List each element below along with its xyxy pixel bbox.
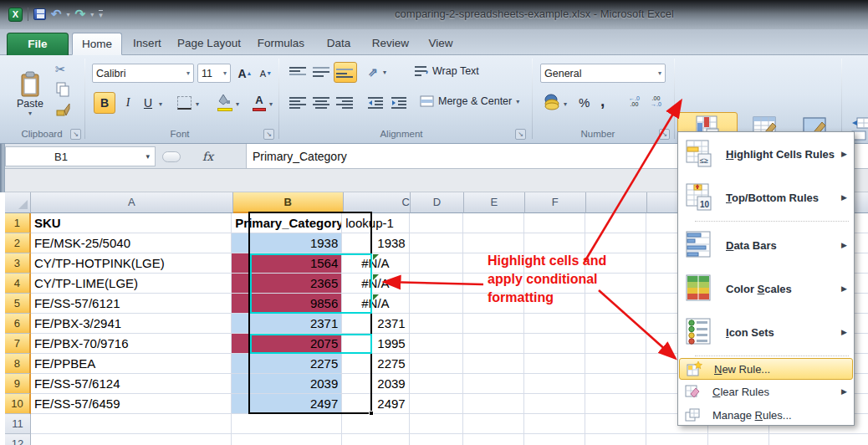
- row-header[interactable]: 2: [5, 233, 31, 253]
- cell-c8[interactable]: 2275: [342, 354, 409, 374]
- orientation-icon[interactable]: ⇗: [368, 65, 378, 79]
- cut-icon[interactable]: ✂: [55, 62, 66, 77]
- cell-a4[interactable]: CY/TP-LIME(LGE): [31, 274, 232, 294]
- cell-a8[interactable]: FE/PPBEA: [31, 354, 232, 374]
- cell-a5[interactable]: FE/SS-57/6121: [31, 294, 232, 314]
- row-header[interactable]: 9: [5, 374, 31, 394]
- row-header[interactable]: 1: [5, 213, 31, 233]
- save-button[interactable]: [33, 8, 46, 20]
- select-all-button[interactable]: [5, 192, 31, 213]
- cell-c2[interactable]: 1938: [342, 233, 409, 253]
- column-header-c[interactable]: C: [344, 192, 411, 213]
- row-header[interactable]: 10: [5, 394, 31, 414]
- cell-b6[interactable]: 2371: [232, 314, 342, 334]
- paste-dropdown-icon[interactable]: ▾: [28, 110, 32, 117]
- cell-a9[interactable]: FE/SS-57/6124: [31, 374, 232, 394]
- cell-c9[interactable]: 2039: [342, 374, 409, 394]
- fill-color-dropdown-icon[interactable]: ▾: [236, 100, 239, 108]
- increase-decimal-button[interactable]: ←.0.00: [629, 95, 640, 107]
- menu-item-new-rule[interactable]: New Rule...: [679, 358, 853, 380]
- comma-style-button[interactable]: ,: [600, 92, 605, 110]
- decrease-decimal-button[interactable]: .00→.0: [651, 95, 661, 107]
- italic-button[interactable]: I: [119, 92, 137, 114]
- cell-a6[interactable]: FE/PBX-3/2941: [31, 314, 232, 334]
- wrap-text-button[interactable]: Wrap Text: [415, 65, 479, 77]
- underline-button[interactable]: U: [139, 92, 157, 114]
- menu-item-data-bars[interactable]: Data Bars ▶: [678, 223, 854, 267]
- row-header[interactable]: 8: [5, 354, 31, 374]
- column-header-b[interactable]: B: [233, 192, 344, 213]
- tab-review[interactable]: Review: [366, 33, 415, 55]
- cell-c7[interactable]: 1995: [342, 334, 409, 354]
- decrease-indent-icon[interactable]: [368, 97, 385, 109]
- column-header-f[interactable]: F: [525, 192, 586, 213]
- shrink-font-button[interactable]: A▼: [257, 64, 275, 82]
- cell-c6[interactable]: 2371: [342, 314, 409, 334]
- top-align-icon[interactable]: [289, 67, 308, 79]
- borders-icon[interactable]: [177, 96, 191, 110]
- cell-c10[interactable]: 2497: [342, 394, 409, 414]
- tab-file[interactable]: File: [7, 33, 69, 55]
- cell-c1[interactable]: lookup-1: [342, 213, 409, 233]
- column-header-a[interactable]: A: [31, 192, 232, 213]
- row-header[interactable]: 12: [5, 434, 31, 445]
- cell-b5[interactable]: 9856: [232, 294, 342, 314]
- name-box[interactable]: B1 ▾: [5, 146, 156, 166]
- tab-view[interactable]: View: [421, 33, 460, 55]
- font-size-select[interactable]: 11▾: [197, 64, 231, 83]
- column-header-g[interactable]: [586, 192, 647, 213]
- excel-logo-icon[interactable]: X: [8, 8, 23, 22]
- menu-item-color-scales[interactable]: Color Scales ▶: [678, 267, 854, 310]
- column-header-e[interactable]: E: [464, 192, 525, 213]
- tab-insert[interactable]: Insert: [127, 33, 167, 55]
- row-header[interactable]: 4: [5, 274, 31, 294]
- cell-b4[interactable]: 2365: [232, 274, 342, 294]
- number-format-select[interactable]: General▾: [540, 64, 666, 83]
- name-box-dropdown-icon[interactable]: ▾: [146, 152, 150, 161]
- middle-align-icon[interactable]: [313, 67, 331, 79]
- redo-dropdown-icon[interactable]: ▾: [90, 11, 94, 18]
- merge-center-button[interactable]: Merge & Center ▾: [420, 95, 519, 107]
- clipboard-dialog-launcher[interactable]: ↘: [70, 129, 81, 140]
- copy-icon[interactable]: [55, 82, 70, 97]
- row-header[interactable]: 6: [5, 314, 31, 334]
- font-color-dropdown-icon[interactable]: ▾: [269, 100, 273, 108]
- tab-data[interactable]: Data: [319, 33, 358, 55]
- undo-button[interactable]: ↶: [51, 7, 62, 22]
- cell-b3[interactable]: 1564: [232, 253, 342, 274]
- fill-color-button[interactable]: [216, 94, 232, 112]
- column-header-d[interactable]: D: [411, 192, 464, 213]
- cell-c5[interactable]: #N/A: [342, 294, 409, 314]
- cell-b2[interactable]: 1938: [232, 233, 342, 253]
- accounting-format-icon[interactable]: [544, 94, 562, 110]
- cell-b1[interactable]: Primary_Category: [232, 213, 342, 233]
- redo-button[interactable]: ↷: [75, 7, 86, 22]
- align-left-icon[interactable]: [289, 97, 308, 109]
- cell-c3[interactable]: #N/A: [342, 253, 409, 274]
- number-dialog-launcher[interactable]: ↘: [659, 129, 670, 140]
- insert-function-button[interactable]: fx: [202, 150, 213, 163]
- tab-home[interactable]: Home: [72, 33, 122, 55]
- cell-b10[interactable]: 2497: [232, 394, 342, 414]
- underline-dropdown-icon[interactable]: ▾: [159, 100, 162, 108]
- row-header[interactable]: 7: [5, 334, 31, 354]
- menu-item-icon-sets[interactable]: Icon Sets ▶: [678, 310, 854, 354]
- tab-page-layout[interactable]: Page Layout: [172, 33, 246, 55]
- font-name-select[interactable]: Calibri▾: [92, 64, 194, 83]
- font-color-button[interactable]: A: [251, 92, 268, 112]
- borders-dropdown-icon[interactable]: ▾: [196, 100, 199, 108]
- paste-button[interactable]: Paste ▾: [10, 60, 50, 127]
- increase-indent-icon[interactable]: [391, 97, 408, 109]
- cell-a1[interactable]: SKU: [31, 213, 232, 233]
- cell-a2[interactable]: FE/MSK-25/5040: [31, 233, 232, 253]
- orientation-dropdown-icon[interactable]: ▾: [383, 69, 386, 76]
- cell-b9[interactable]: 2039: [232, 374, 342, 394]
- menu-item-highlight-cells-rules[interactable]: ≤≥ Highlight Cells Rules ▶: [678, 132, 854, 176]
- cell-a7[interactable]: FE/PBX-70/9716: [31, 334, 232, 354]
- customize-qat-button[interactable]: ▾: [99, 10, 103, 19]
- cell-b8[interactable]: 2275: [232, 354, 342, 374]
- cell-a10[interactable]: FE/SS-57/6459: [31, 394, 232, 414]
- cell-b7[interactable]: 2075: [232, 334, 342, 354]
- cell-c4[interactable]: #N/A: [342, 274, 409, 294]
- tab-formulas[interactable]: Formulas: [251, 33, 311, 55]
